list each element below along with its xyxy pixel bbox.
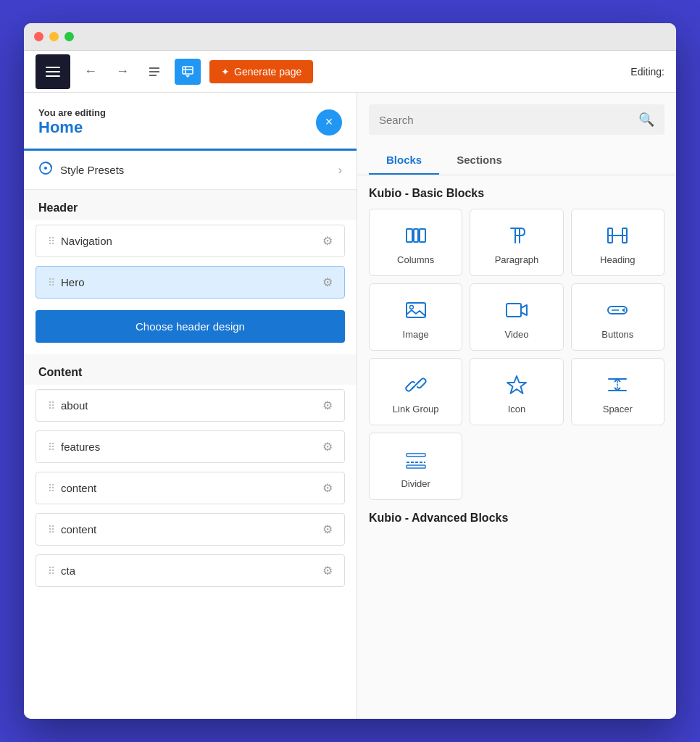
svg-rect-27 xyxy=(407,465,425,468)
header-section-title: Header xyxy=(24,190,357,220)
gear-icon-cta[interactable]: ⚙ xyxy=(322,564,333,578)
gear-icon-content1[interactable]: ⚙ xyxy=(322,481,333,495)
basic-blocks-grid: Columns Paragraph xyxy=(369,209,664,500)
drag-handle-icon: ⠿ xyxy=(48,565,54,577)
hamburger-icon xyxy=(46,71,60,72)
content1-label: content xyxy=(61,482,96,494)
content-section-title: Content xyxy=(24,354,357,385)
spacer-block-card[interactable]: Spacer xyxy=(571,358,664,425)
search-input[interactable] xyxy=(379,114,633,126)
svg-point-7 xyxy=(44,167,47,170)
link-group-block-card[interactable]: Link Group xyxy=(369,358,462,425)
video-label: Video xyxy=(504,329,528,340)
edit-icon xyxy=(181,65,194,78)
style-presets-icon xyxy=(38,161,53,179)
content2-block-item[interactable]: ⠿ content ⚙ xyxy=(36,513,345,546)
buttons-icon xyxy=(606,299,629,322)
hero-label: Hero xyxy=(61,276,85,288)
buttons-label: Buttons xyxy=(601,329,633,340)
gear-icon-hero[interactable]: ⚙ xyxy=(322,275,333,289)
style-presets-label: Style Presets xyxy=(60,164,124,176)
left-panel: You are editing Home × Style Presets xyxy=(24,93,357,719)
svg-rect-16 xyxy=(407,303,425,317)
maximize-traffic-light[interactable] xyxy=(64,32,74,41)
choose-header-design-button[interactable]: Choose header design xyxy=(36,310,345,343)
undo-button[interactable]: ← xyxy=(79,60,102,83)
tab-blocks[interactable]: Blocks xyxy=(369,146,439,175)
icon-block-icon xyxy=(505,373,528,396)
hamburger-button[interactable] xyxy=(36,54,70,89)
outline-button[interactable] xyxy=(143,60,166,83)
image-label: Image xyxy=(403,329,429,340)
edit-button[interactable] xyxy=(175,59,201,85)
drag-handle-icon: ⠿ xyxy=(48,524,54,535)
tab-sections[interactable]: Sections xyxy=(439,146,520,175)
svg-point-17 xyxy=(409,306,413,309)
paragraph-icon xyxy=(505,224,528,247)
heading-label: Heading xyxy=(600,254,635,265)
icon-block-card[interactable]: Icon xyxy=(470,358,563,425)
divider-block-card[interactable]: Divider xyxy=(369,433,462,500)
image-block-card[interactable]: Image xyxy=(369,283,462,351)
toolbar: ← → ✦ Generate page Editing: xyxy=(24,51,676,93)
advanced-blocks-title: Kubio - Advanced Blocks xyxy=(369,512,664,525)
hamburger-icon xyxy=(46,75,60,77)
editing-header: You are editing Home × xyxy=(24,93,357,151)
link-group-label: Link Group xyxy=(393,404,439,414)
gear-icon-features[interactable]: ⚙ xyxy=(322,440,333,454)
editing-text: You are editing xyxy=(38,107,106,118)
cta-block-item[interactable]: ⠿ cta ⚙ xyxy=(36,554,345,587)
features-block-item[interactable]: ⠿ features ⚙ xyxy=(36,430,345,463)
right-panel: 🔍 Blocks Sections Kubio - Basic Blocks xyxy=(357,93,676,719)
editing-page: Home xyxy=(38,118,106,137)
about-label: about xyxy=(61,399,88,412)
features-label: features xyxy=(61,441,100,453)
style-presets-row[interactable]: Style Presets › xyxy=(24,151,357,190)
minimize-traffic-light[interactable] xyxy=(49,32,59,41)
gear-icon-navigation[interactable]: ⚙ xyxy=(322,234,333,248)
divider-icon xyxy=(404,448,428,471)
spacer-icon xyxy=(606,373,629,396)
main-area: You are editing Home × Style Presets xyxy=(24,93,676,719)
title-bar xyxy=(24,23,676,51)
content1-block-item[interactable]: ⠿ content ⚙ xyxy=(36,472,345,504)
icon-label: Icon xyxy=(508,404,526,414)
heading-icon xyxy=(606,224,629,247)
drag-handle-icon: ⠿ xyxy=(48,235,54,247)
video-block-card[interactable]: Video xyxy=(470,283,563,351)
paragraph-block-card[interactable]: Paragraph xyxy=(470,209,563,276)
cta-label: cta xyxy=(61,564,75,577)
svg-rect-25 xyxy=(407,454,425,457)
svg-rect-18 xyxy=(507,304,521,317)
about-block-item[interactable]: ⠿ about ⚙ xyxy=(36,389,345,422)
tabs-bar: Blocks Sections xyxy=(357,146,676,175)
gear-icon-about[interactable]: ⚙ xyxy=(322,399,333,412)
columns-block-card[interactable]: Columns xyxy=(369,209,462,276)
drag-handle-icon: ⠿ xyxy=(48,441,54,453)
choose-header-label: Choose header design xyxy=(136,320,245,333)
generate-page-label: Generate page xyxy=(234,66,301,78)
ai-icon: ✦ xyxy=(221,66,230,78)
redo-button[interactable]: → xyxy=(111,60,134,83)
search-bar: 🔍 xyxy=(369,104,664,135)
hero-block-item[interactable]: ⠿ Hero ⚙ xyxy=(36,266,345,299)
columns-label: Columns xyxy=(397,254,434,265)
navigation-label: Navigation xyxy=(61,235,112,247)
close-traffic-light[interactable] xyxy=(34,32,43,41)
heading-block-card[interactable]: Heading xyxy=(571,209,664,276)
tab-blocks-label: Blocks xyxy=(386,154,422,166)
svg-rect-3 xyxy=(183,67,193,74)
gear-icon-content2[interactable]: ⚙ xyxy=(322,522,333,536)
paragraph-label: Paragraph xyxy=(495,254,539,265)
drag-handle-icon: ⠿ xyxy=(48,277,54,288)
close-editor-button[interactable]: × xyxy=(316,109,342,136)
basic-blocks-title: Kubio - Basic Blocks xyxy=(369,187,664,200)
drag-handle-icon: ⠿ xyxy=(48,483,54,494)
divider-label: Divider xyxy=(401,478,430,489)
navigation-block-item[interactable]: ⠿ Navigation ⚙ xyxy=(36,225,345,257)
tab-sections-label: Sections xyxy=(457,154,502,166)
buttons-block-card[interactable]: Buttons xyxy=(571,283,664,351)
spacer-label: Spacer xyxy=(603,404,633,414)
generate-page-button[interactable]: ✦ Generate page xyxy=(209,60,313,83)
drag-handle-icon: ⠿ xyxy=(48,400,54,412)
